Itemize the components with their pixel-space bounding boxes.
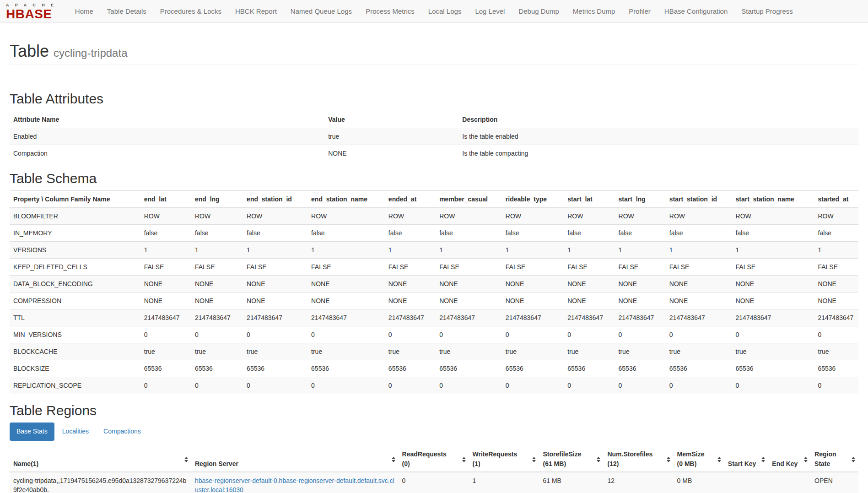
schema-property: IN_MEMORY <box>10 224 140 241</box>
nav-link-table-details[interactable]: Table Details <box>100 0 153 23</box>
regions-col-num-storefiles-12[interactable]: Num.Storefiles(12) <box>604 448 673 472</box>
schema-value: FALSE <box>191 258 243 275</box>
regions-col-memsize-0-mb[interactable]: MemSize(0 MB) <box>674 448 724 472</box>
nav-item: Procedures & Locks <box>153 0 228 23</box>
schema-col-rideable-type: rideable_type <box>502 190 564 207</box>
region-num-storefiles: 12 <box>604 472 673 493</box>
schema-value: 0 <box>732 377 814 394</box>
schema-row-blocksize: BLOCKSIZE6553665536655366553665536655366… <box>10 360 858 377</box>
attributes-heading: Table Attributes <box>10 91 858 106</box>
schema-heading: Table Schema <box>10 171 858 186</box>
schema-property: TTL <box>10 309 140 326</box>
schema-value: 65536 <box>502 360 564 377</box>
schema-value: 0 <box>814 377 858 394</box>
nav-link-local-logs[interactable]: Local Logs <box>421 0 469 23</box>
nav-link-hbck-report[interactable]: HBCK Report <box>228 0 284 23</box>
schema-value: ROW <box>502 207 564 224</box>
nav-link-process-metrics[interactable]: Process Metrics <box>359 0 421 23</box>
nav-link-named-queue-logs[interactable]: Named Queue Logs <box>284 0 359 23</box>
nav-item: Named Queue Logs <box>284 0 359 23</box>
schema-value: 2147483647 <box>385 309 436 326</box>
region-row: cycling-tripdata,,1719475156245.e95d0a13… <box>10 472 858 493</box>
nav-link-procedures-locks[interactable]: Procedures & Locks <box>153 0 228 23</box>
nav-item: Startup Progress <box>734 0 800 23</box>
schema-value: NONE <box>140 275 191 292</box>
attr-col-value: Value <box>324 111 458 128</box>
main-nav: HomeTable DetailsProcedures & LocksHBCK … <box>68 0 800 23</box>
schema-value: NONE <box>564 292 615 309</box>
schema-value: ROW <box>140 207 191 224</box>
schema-value: 0 <box>814 326 858 343</box>
attr-cell: Is the table enabled <box>458 128 858 145</box>
schema-value: 0 <box>140 326 191 343</box>
schema-value: FALSE <box>307 258 385 275</box>
nav-link-profiler[interactable]: Profiler <box>622 0 658 23</box>
schema-value: 0 <box>436 377 502 394</box>
schema-value: NONE <box>191 292 243 309</box>
regions-col-writerequests-1[interactable]: WriteRequests(1) <box>469 448 539 472</box>
schema-value: false <box>615 224 666 241</box>
schema-value: 2147483647 <box>140 309 191 326</box>
nav-link-log-level[interactable]: Log Level <box>468 0 512 23</box>
hbase-logo[interactable]: A P A C H E HBASE <box>6 2 56 21</box>
schema-value: true <box>385 343 436 360</box>
nav-item: Profiler <box>622 0 658 23</box>
nav-item: Home <box>68 0 100 23</box>
table-schema: Property \ Column Family Nameend_latend_… <box>10 190 858 394</box>
region-end-key <box>768 472 811 493</box>
schema-value: 2147483647 <box>666 309 732 326</box>
schema-value: 0 <box>436 326 502 343</box>
regions-col-region-state[interactable]: Region State <box>811 448 858 472</box>
nav-link-debug-dump[interactable]: Debug Dump <box>512 0 566 23</box>
schema-value: 2147483647 <box>307 309 385 326</box>
schema-value: true <box>140 343 191 360</box>
schema-row-data-block-encoding: DATA_BLOCK_ENCODINGNONENONENONENONENONEN… <box>10 275 858 292</box>
regions-col-readrequests-0[interactable]: ReadRequests(0) <box>399 448 469 472</box>
schema-value: FALSE <box>615 258 666 275</box>
schema-value: 0 <box>191 377 243 394</box>
schema-value: FALSE <box>666 258 732 275</box>
regions-col-storefilesize-61-mb[interactable]: StorefileSize(61 MB) <box>539 448 604 472</box>
schema-value: 2147483647 <box>191 309 243 326</box>
region-server-link[interactable]: hbase-regionserver-default-0.hbase-regio… <box>195 477 394 493</box>
schema-value: FALSE <box>732 258 814 275</box>
nav-item: Process Metrics <box>359 0 421 23</box>
schema-value: FALSE <box>564 258 615 275</box>
sort-icon <box>667 457 670 462</box>
regions-col-end-key[interactable]: End Key <box>768 448 811 472</box>
region-storefile-size: 61 MB <box>539 472 604 493</box>
sort-icon <box>804 457 808 462</box>
schema-col-end-lng: end_lng <box>191 190 243 207</box>
schema-value: false <box>436 224 502 241</box>
regions-col-start-key[interactable]: Start Key <box>724 448 768 472</box>
schema-value: NONE <box>385 275 436 292</box>
schema-col-start-station-id: start_station_id <box>666 190 732 207</box>
schema-value: 1 <box>436 241 502 258</box>
table-name: cycling-tripdata <box>54 47 127 59</box>
table-attributes: Attribute NameValueDescriptionEnabledtru… <box>10 111 858 162</box>
schema-value: true <box>814 343 858 360</box>
regions-col-region-server[interactable]: Region Server <box>191 448 399 472</box>
schema-row-versions: VERSIONS111111111111 <box>10 241 858 258</box>
nav-link-metrics-dump[interactable]: Metrics Dump <box>566 0 622 23</box>
regions-col-name-1[interactable]: Name(1) <box>10 448 191 472</box>
schema-row-blockcache: BLOCKCACHEtruetruetruetruetruetruetruetr… <box>10 343 858 360</box>
schema-value: false <box>732 224 814 241</box>
nav-link-startup-progress[interactable]: Startup Progress <box>734 0 800 23</box>
schema-value: 0 <box>666 326 732 343</box>
tab-base-stats[interactable]: Base Stats <box>10 423 54 441</box>
col-count: (0 MB) <box>677 459 713 469</box>
attr-row-compaction: CompactionNONEIs the table compacting <box>10 145 858 162</box>
tab-compactions[interactable]: Compactions <box>97 423 148 441</box>
schema-value: true <box>436 343 502 360</box>
schema-value: NONE <box>615 292 666 309</box>
nav-link-home[interactable]: Home <box>68 0 100 23</box>
region-tab: Base Stats <box>10 423 54 441</box>
nav-link-hbase-configuration[interactable]: HBase Configuration <box>658 0 734 23</box>
sort-icon <box>717 457 721 462</box>
schema-value: NONE <box>243 292 307 309</box>
schema-value: true <box>191 343 243 360</box>
schema-property: BLOCKCACHE <box>10 343 140 360</box>
schema-value: true <box>307 343 385 360</box>
tab-localities[interactable]: Localities <box>55 423 96 441</box>
